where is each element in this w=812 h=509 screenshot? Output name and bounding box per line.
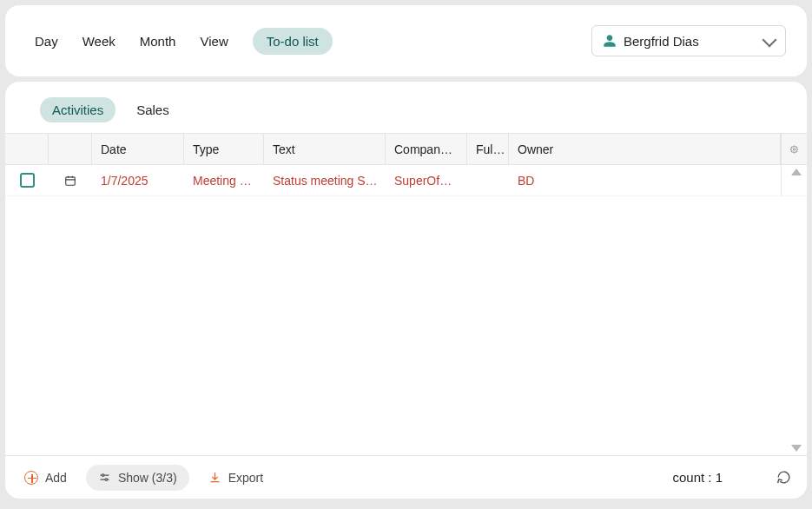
topbar: Day Week Month View To-do list Bergfrid …: [5, 5, 807, 76]
tab-month[interactable]: Month: [140, 34, 176, 49]
tab-view[interactable]: View: [200, 34, 228, 49]
download-icon: [208, 471, 221, 484]
refresh-button[interactable]: [776, 470, 791, 485]
svg-point-0: [793, 148, 795, 149]
refresh-icon: [776, 470, 791, 485]
cell-text: Status meeting S…: [264, 165, 386, 195]
subtabs: Activities Sales: [5, 82, 807, 133]
grid-settings-button[interactable]: [781, 134, 807, 164]
count-label: count : 1: [672, 470, 723, 485]
add-button[interactable]: Add: [24, 471, 67, 485]
calendar-icon: [64, 175, 76, 187]
add-label: Add: [45, 471, 67, 485]
col-text[interactable]: Text: [264, 134, 386, 164]
export-button[interactable]: Export: [208, 471, 263, 485]
subtab-activities[interactable]: Activities: [40, 97, 116, 122]
svg-point-7: [102, 474, 104, 477]
grid: Date Type Text Compan… Ful… Owner 1/7/20…: [5, 133, 807, 455]
scroll-up-icon[interactable]: [791, 169, 802, 175]
row-checkbox[interactable]: [20, 173, 35, 188]
show-button[interactable]: Show (3/3): [86, 465, 189, 491]
user-dropdown[interactable]: Bergfrid Dias: [591, 25, 786, 56]
user-name: Bergfrid Dias: [624, 34, 699, 49]
col-full[interactable]: Ful…: [467, 134, 509, 164]
grid-body: 1/7/2025 Meeting … Status meeting S… Sup…: [5, 165, 807, 455]
col-type[interactable]: Type: [184, 134, 264, 164]
row-type-icon: [49, 165, 92, 195]
cell-full: [467, 165, 509, 195]
footer: Add Show (3/3) Export count : 1: [5, 455, 807, 499]
subtab-sales[interactable]: Sales: [136, 102, 169, 117]
cell-type: Meeting …: [184, 165, 264, 195]
main-panel: Activities Sales Date Type Text Compan… …: [5, 82, 807, 499]
tab-todo-list[interactable]: To-do list: [253, 28, 333, 55]
svg-point-8: [105, 479, 108, 481]
person-icon: [603, 34, 617, 48]
svg-rect-1: [66, 176, 76, 184]
show-label: Show (3/3): [118, 471, 177, 485]
cell-owner: BD: [509, 165, 781, 195]
grid-header: Date Type Text Compan… Ful… Owner: [5, 134, 807, 165]
chevron-down-icon: [762, 32, 777, 47]
gear-icon: [790, 143, 798, 155]
col-company[interactable]: Compan…: [386, 134, 467, 164]
plus-icon: [24, 471, 38, 485]
sliders-icon: [98, 471, 111, 484]
cell-company: SuperOf…: [386, 165, 467, 195]
col-owner[interactable]: Owner: [509, 134, 781, 164]
export-label: Export: [228, 471, 263, 485]
scroll-down-icon[interactable]: [791, 445, 802, 452]
col-checkbox: [5, 134, 49, 164]
col-icon: [49, 134, 92, 164]
col-date[interactable]: Date: [92, 134, 184, 164]
tab-week[interactable]: Week: [83, 34, 116, 49]
tab-day[interactable]: Day: [35, 34, 58, 49]
table-row[interactable]: 1/7/2025 Meeting … Status meeting S… Sup…: [5, 165, 807, 196]
nav-tabs: Day Week Month View To-do list: [35, 28, 333, 55]
cell-date: 1/7/2025: [92, 165, 184, 195]
